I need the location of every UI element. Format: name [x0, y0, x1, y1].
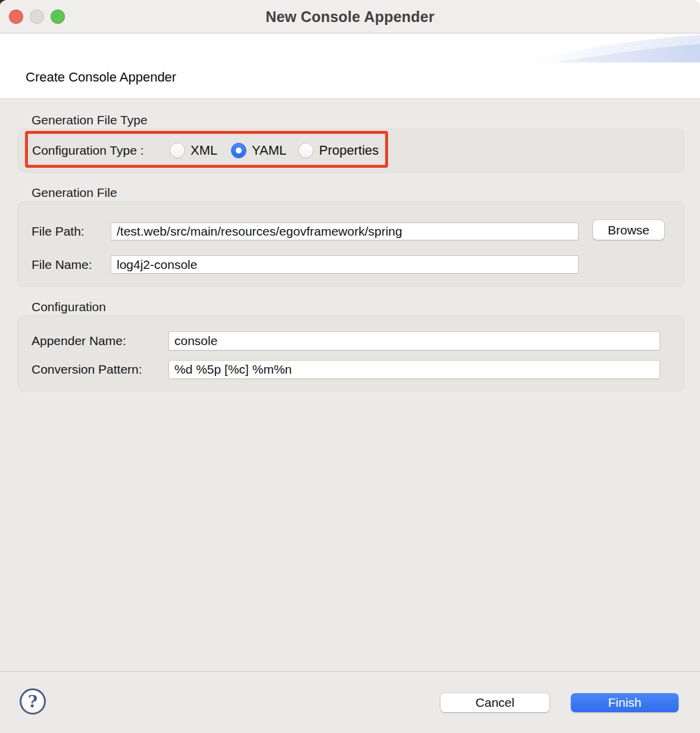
radio-option-yaml[interactable]: YAML [231, 129, 286, 172]
radio-button-icon[interactable] [298, 143, 314, 158]
new-console-appender-dialog: New Console Appender Create Console Appe… [0, 0, 700, 733]
generation-file-type-group: Configuration Type : XML YAML Properties [18, 129, 685, 173]
configuration-type-label: Configuration Type : [32, 129, 144, 172]
generation-file-group: File Path: Browse File Name: [18, 201, 685, 287]
page-title: Create Console Appender [26, 70, 176, 85]
radio-option-label: XML [190, 143, 217, 158]
title-bar: New Console Appender [0, 0, 700, 33]
zoom-window-icon[interactable] [51, 10, 65, 24]
footer-divider [0, 671, 700, 672]
file-name-input[interactable] [111, 255, 579, 274]
radio-option-properties[interactable]: Properties [298, 129, 379, 172]
wizard-banner: Create Console Appender [0, 34, 700, 99]
finish-button[interactable]: Finish [571, 693, 679, 712]
radio-button-icon[interactable] [231, 143, 246, 158]
close-window-icon[interactable] [9, 10, 23, 24]
appender-name-input[interactable] [168, 331, 660, 350]
window-title: New Console Appender [0, 0, 700, 33]
help-icon[interactable]: ? [20, 688, 46, 715]
configuration-group: Appender Name: Conversion Pattern: [18, 315, 685, 391]
section-label-configuration: Configuration [32, 300, 106, 314]
file-name-label: File Name: [32, 255, 92, 274]
browse-button[interactable]: Browse [593, 220, 664, 240]
cancel-button[interactable]: Cancel [440, 693, 549, 712]
file-path-label: File Path: [32, 223, 85, 240]
conversion-pattern-input[interactable] [168, 360, 660, 379]
radio-button-icon[interactable] [170, 143, 185, 158]
file-path-input[interactable] [111, 223, 579, 240]
appender-name-label: Appender Name: [32, 331, 126, 350]
radio-option-xml[interactable]: XML [170, 129, 217, 172]
minimize-window-icon[interactable] [30, 10, 44, 24]
section-label-generation-file: Generation File [32, 186, 117, 200]
section-label-generation-file-type: Generation File Type [32, 113, 148, 127]
radio-option-label: Properties [319, 143, 379, 158]
conversion-pattern-label: Conversion Pattern: [32, 360, 142, 379]
radio-option-label: YAML [252, 143, 286, 158]
banner-swoosh-decoration [521, 34, 700, 64]
